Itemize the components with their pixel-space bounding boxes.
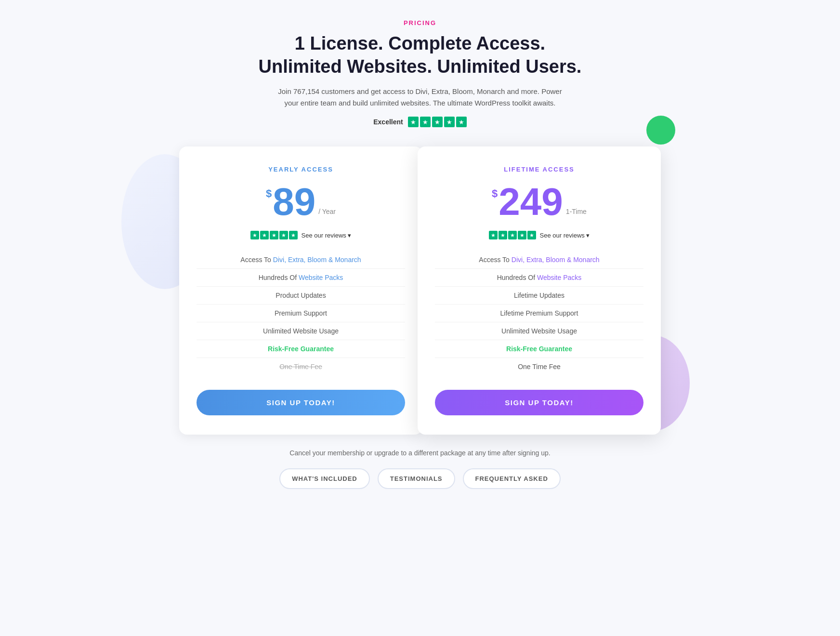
yearly-feature-6: Risk-Free Guarantee	[197, 340, 405, 358]
yearly-feature-2: Hundreds Of Website Packs	[197, 269, 405, 287]
trustpilot-bar: Excellent ★ ★ ★ ★ ★	[179, 117, 661, 127]
header-section: PRICING 1 License. Complete Access. Unli…	[179, 19, 661, 127]
yearly-reviews-row: ★ ★ ★ ★ ★ See our reviews ▾	[197, 231, 405, 239]
yearly-features-list: Access To Divi, Extra, Bloom & Monarch H…	[197, 251, 405, 375]
lifetime-signup-button[interactable]: SIGN UP TODAY!	[435, 390, 643, 415]
lt-star-5: ★	[527, 231, 536, 239]
yearly-signup-button[interactable]: SIGN UP TODAY!	[197, 390, 405, 415]
yr-star-2: ★	[260, 231, 269, 239]
yearly-feature-5: Unlimited Website Usage	[197, 322, 405, 340]
lifetime-feature-1: Access To Divi, Extra, Bloom & Monarch	[435, 251, 643, 269]
yr-star-3: ★	[270, 231, 278, 239]
lifetime-feature-7: One Time Fee	[435, 358, 643, 375]
pricing-cards: YEARLY ACCESS $ 89 / Year ★ ★ ★ ★ ★ See …	[179, 146, 661, 435]
lifetime-packs-link[interactable]: Website Packs	[537, 274, 581, 281]
yearly-guarantee: Risk-Free Guarantee	[268, 345, 334, 353]
lifetime-feature-6: Risk-Free Guarantee	[435, 340, 643, 358]
yearly-card: YEARLY ACCESS $ 89 / Year ★ ★ ★ ★ ★ See …	[179, 146, 422, 435]
lifetime-card: LIFETIME ACCESS $ 249 1-Time ★ ★ ★ ★ ★ S…	[418, 146, 661, 435]
lt-star-4: ★	[518, 231, 526, 239]
yearly-feature-4: Premium Support	[197, 305, 405, 322]
yearly-period: / Year	[318, 208, 336, 215]
star-5: ★	[456, 117, 467, 127]
lt-star-3: ★	[508, 231, 517, 239]
lifetime-price-number: 249	[499, 183, 563, 221]
lifetime-review-stars: ★ ★ ★ ★ ★	[489, 231, 536, 239]
page-wrapper: PRICING 1 License. Complete Access. Unli…	[179, 19, 661, 489]
yearly-review-stars: ★ ★ ★ ★ ★	[250, 231, 298, 239]
main-title: 1 License. Complete Access. Unlimited We…	[179, 32, 661, 78]
lifetime-feature-2: Hundreds Of Website Packs	[435, 269, 643, 287]
lifetime-guarantee: Risk-Free Guarantee	[506, 345, 572, 353]
lt-star-2: ★	[499, 231, 507, 239]
yearly-feature-1: Access To Divi, Extra, Bloom & Monarch	[197, 251, 405, 269]
yr-star-5: ★	[289, 231, 298, 239]
lifetime-period: 1-Time	[566, 208, 587, 215]
yearly-divi-link[interactable]: Divi, Extra, Bloom & Monarch	[273, 256, 361, 264]
header-subtitle: Join 767,154 customers and get access to…	[271, 86, 569, 109]
lifetime-features-list: Access To Divi, Extra, Bloom & Monarch H…	[435, 251, 643, 375]
star-2: ★	[420, 117, 431, 127]
lifetime-feature-5: Unlimited Website Usage	[435, 322, 643, 340]
yearly-reviews-link[interactable]: See our reviews ▾	[302, 232, 352, 239]
yearly-packs-link[interactable]: Website Packs	[299, 274, 343, 281]
lifetime-dollar-sign: $	[492, 187, 498, 200]
lifetime-divi-link[interactable]: Divi, Extra, Bloom & Monarch	[512, 256, 600, 264]
yr-star-1: ★	[250, 231, 259, 239]
lifetime-reviews-row: ★ ★ ★ ★ ★ See our reviews ▾	[435, 231, 643, 239]
lifetime-feature-4: Lifetime Premium Support	[435, 305, 643, 322]
blob-right-green	[646, 116, 675, 145]
tab-frequently-asked[interactable]: FREQUENTLY ASKED	[463, 468, 561, 489]
yearly-price-number: 89	[273, 183, 315, 221]
yr-star-4: ★	[279, 231, 288, 239]
lifetime-feature-3: Lifetime Updates	[435, 287, 643, 305]
tab-testimonials[interactable]: TESTIMONIALS	[378, 468, 455, 489]
yearly-onetime: One Time Fee	[279, 363, 322, 371]
yearly-price-row: $ 89 / Year	[197, 183, 405, 221]
lifetime-reviews-link[interactable]: See our reviews ▾	[540, 232, 590, 239]
star-3: ★	[432, 117, 443, 127]
cancel-note: Cancel your membership or upgrade to a d…	[179, 449, 661, 457]
tab-whats-included[interactable]: WHAT'S INCLUDED	[279, 468, 370, 489]
lifetime-price-row: $ 249 1-Time	[435, 183, 643, 221]
yearly-feature-7: One Time Fee	[197, 358, 405, 375]
trustpilot-label: Excellent	[373, 118, 403, 126]
star-4: ★	[444, 117, 455, 127]
trustpilot-stars: ★ ★ ★ ★ ★	[408, 117, 467, 127]
lt-star-1: ★	[489, 231, 498, 239]
yearly-plan-label: YEARLY ACCESS	[197, 166, 405, 173]
lifetime-plan-label: LIFETIME ACCESS	[435, 166, 643, 173]
yearly-dollar-sign: $	[266, 187, 272, 200]
star-1: ★	[408, 117, 419, 127]
pricing-label: PRICING	[179, 19, 661, 26]
tabs-row: WHAT'S INCLUDED TESTIMONIALS FREQUENTLY …	[179, 468, 661, 489]
yearly-feature-3: Product Updates	[197, 287, 405, 305]
